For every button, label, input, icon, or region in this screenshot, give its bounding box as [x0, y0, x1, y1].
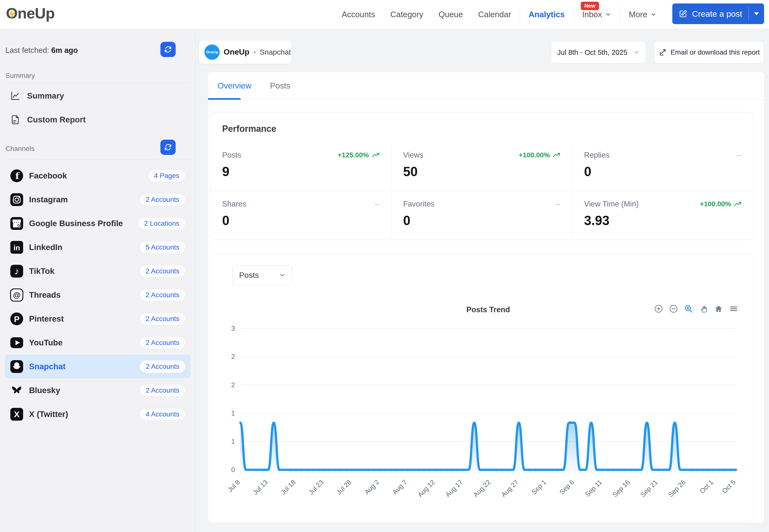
channel-label: Snapchat: [29, 362, 66, 371]
channel-count-badge: 4 Accounts: [139, 408, 185, 421]
create-post-label: Create a post: [692, 9, 742, 19]
channels-list: fFacebook4 PagesInstagram2 AccountsGGoog…: [0, 164, 195, 426]
oneup-logo[interactable]: OneUp: [6, 4, 55, 22]
export-report-button[interactable]: Email or download this report: [654, 41, 764, 63]
channel-count-badge: 2 Accounts: [139, 193, 185, 206]
svg-text:2: 2: [231, 353, 235, 360]
chart-toolbar-pan-icon[interactable]: [699, 304, 708, 313]
channel-label: Instagram: [29, 195, 68, 204]
performance-metrics-grid: Posts+125.00%9Views+100.00%50Replies--0S…: [210, 142, 753, 240]
channel-label: Threads: [29, 290, 60, 300]
sidebar-channel-google-business[interactable]: GGoogle Business Profile2 Locations: [5, 211, 190, 235]
svg-text:Sep 26: Sep 26: [667, 478, 687, 499]
chart-toolbar-zoom-in-icon[interactable]: [654, 304, 663, 313]
sidebar-channel-pinterest[interactable]: PPinterest2 Accounts: [5, 307, 190, 331]
channel-label: TikTok: [29, 266, 54, 276]
account-avatar: OneUp: [204, 44, 220, 60]
svg-text:Jul 13: Jul 13: [251, 478, 269, 496]
nav-item-analytics[interactable]: Analytics: [521, 0, 573, 29]
tab-posts[interactable]: Posts: [261, 72, 300, 99]
nav-item-queue[interactable]: Queue: [431, 0, 471, 29]
tab-overview[interactable]: Overview: [208, 72, 261, 99]
refresh-summary-button[interactable]: [160, 42, 176, 57]
threads-icon: @: [10, 288, 24, 302]
sidebar-channel-instagram[interactable]: Instagram2 Accounts: [5, 188, 190, 211]
metric-label: View Time (Min): [584, 200, 639, 208]
svg-text:Oct 5: Oct 5: [721, 478, 737, 495]
last-fetched-status: Last fetched: 6m ago: [5, 46, 78, 55]
metric-change: +125.00%: [338, 151, 379, 159]
channel-label: LinkedIn: [29, 243, 62, 252]
svg-text:1: 1: [231, 438, 235, 445]
chart-toolbar-zoom-out-icon[interactable]: [669, 304, 678, 313]
create-post-button[interactable]: Create a post: [672, 3, 749, 24]
sidebar-channel-snapchat[interactable]: Snapchat2 Accounts: [5, 355, 190, 378]
pan-icon: [699, 304, 708, 313]
svg-text:in: in: [14, 244, 20, 252]
create-post-dropdown-caret[interactable]: [749, 3, 764, 24]
sidebar-channel-x-twitter[interactable]: XX (Twitter)4 Accounts: [5, 402, 190, 426]
chart-metric-dropdown[interactable]: Posts: [232, 265, 292, 285]
bluesky-icon: [10, 384, 24, 397]
channel-count-badge: 2 Accounts: [139, 312, 185, 325]
nav-item-category[interactable]: Category: [383, 0, 431, 29]
nav-item-accounts[interactable]: Accounts: [334, 0, 383, 29]
channel-count-badge: 2 Accounts: [139, 265, 185, 278]
chart-metric-label: Posts: [239, 271, 259, 280]
sidebar-item-custom-report[interactable]: Custom Report: [0, 111, 195, 128]
sidebar-channel-threads[interactable]: @Threads2 Accounts: [5, 283, 190, 307]
refresh-channels-button[interactable]: [160, 140, 176, 155]
sidebar-channel-youtube[interactable]: YouTube2 Accounts: [5, 331, 190, 355]
trending-up-icon: [372, 153, 379, 158]
sidebar-channel-tiktok[interactable]: ♪TikTok2 Accounts: [5, 259, 190, 283]
create-post-split-button[interactable]: Create a post: [672, 3, 764, 24]
channels-section-label: Channels: [5, 145, 34, 153]
overview-panel: Overview Posts Performance Posts+125.00%…: [208, 72, 765, 523]
share-export-icon: [658, 48, 667, 57]
google-business-icon: G: [10, 217, 24, 230]
svg-text:Sep 11: Sep 11: [584, 478, 604, 498]
svg-text:Jul 8: Jul 8: [226, 478, 241, 494]
top-navigation-bar: OneUp AccountsCategoryQueueCalendarAnaly…: [0, 0, 769, 29]
svg-text:Oct 1: Oct 1: [698, 478, 715, 495]
svg-text:Aug 17: Aug 17: [444, 478, 464, 499]
metric-replies: Replies--0: [572, 142, 753, 191]
instagram-icon: [10, 193, 24, 207]
x-twitter-icon: X: [10, 407, 24, 421]
posts-trend-chart[interactable]: 322110Jul 8Jul 13Jul 18Jul 23Jul 28Aug 2…: [210, 254, 753, 522]
channel-count-badge: 2 Accounts: [139, 336, 185, 349]
nav-item-label: More: [629, 10, 647, 19]
chart-toolbar-selection-zoom-icon[interactable]: [684, 304, 693, 313]
nav-item-label: Calendar: [478, 10, 511, 19]
nav-divider: [620, 7, 620, 22]
last-fetched-value: 6m ago: [51, 46, 78, 55]
account-selector[interactable]: OneUp OneUp • Snapchat: [199, 40, 292, 64]
metric-label: Favorites: [403, 200, 435, 208]
sidebar-item-summary[interactable]: Summary: [0, 87, 195, 104]
channel-count-badge: 4 Pages: [148, 169, 185, 182]
nav-item-label: Inbox: [582, 10, 602, 19]
date-range-selector[interactable]: Jul 8th - Oct 5th, 2025: [551, 41, 646, 63]
trending-up-icon: [553, 153, 560, 158]
edit-pencil-icon: [679, 9, 688, 18]
chart-toolbar: [654, 304, 738, 313]
posts-trend-plot: 322110Jul 8Jul 13Jul 18Jul 23Jul 28Aug 2…: [210, 254, 754, 522]
svg-text:Jul 18: Jul 18: [279, 478, 297, 496]
channel-label: Facebook: [29, 171, 67, 180]
sidebar-channel-facebook[interactable]: fFacebook4 Pages: [5, 164, 190, 188]
metric-label: Shares: [222, 200, 246, 208]
chevron-down-icon: [279, 272, 285, 279]
pinterest-icon: P: [10, 312, 24, 326]
chart-toolbar-menu-icon[interactable]: [729, 304, 738, 313]
nav-item-more[interactable]: More: [621, 0, 664, 29]
sidebar-channel-bluesky[interactable]: Bluesky2 Accounts: [5, 378, 190, 402]
posts-trend-card: Posts Posts Trend 322110Jul 8Jul 13Jul 1…: [210, 253, 754, 522]
report-tabs: Overview Posts: [208, 72, 764, 100]
chart-toolbar-home-icon[interactable]: [714, 304, 723, 313]
svg-text:Aug 12: Aug 12: [416, 478, 437, 499]
nav-item-calendar[interactable]: Calendar: [471, 0, 519, 29]
sidebar-item-label: Summary: [27, 91, 64, 101]
account-channel: Snapchat: [260, 48, 291, 56]
nav-item-inbox[interactable]: InboxNew: [574, 0, 619, 29]
sidebar-channel-linkedin[interactable]: inLinkedIn5 Accounts: [5, 235, 190, 259]
